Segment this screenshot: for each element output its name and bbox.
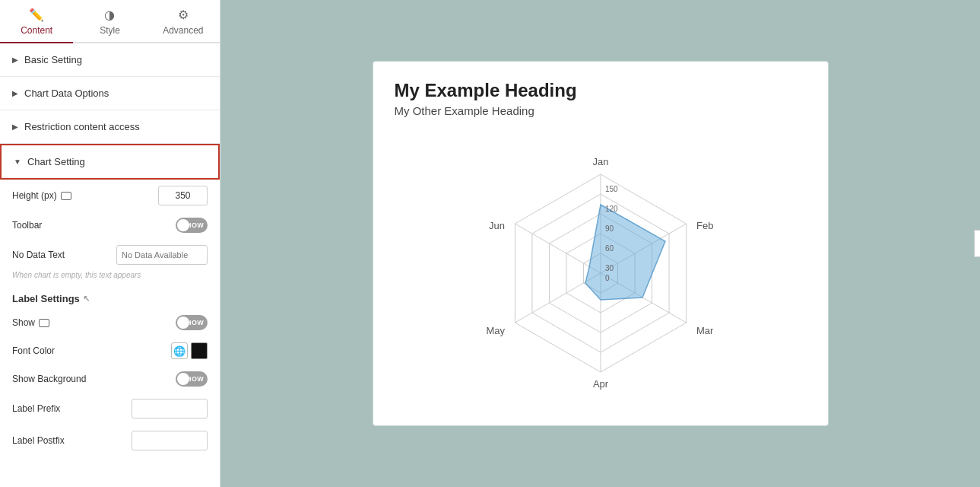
- label-postfix-label-text: Label Postfix: [12, 435, 65, 446]
- label-settings-text: Label Settings: [12, 293, 80, 304]
- tab-content-label: Content: [21, 25, 52, 36]
- label-postfix-field-row: Label Postfix: [0, 425, 220, 457]
- svg-text:May: May: [486, 325, 505, 336]
- label-settings-heading: Label Settings ↖: [0, 285, 220, 309]
- label-postfix-input-wrapper: [132, 431, 208, 450]
- no-data-label-text: No Data Text: [12, 250, 65, 260]
- label-prefix-input[interactable]: [132, 399, 208, 419]
- arrow-down-icon: ▼: [14, 158, 21, 166]
- font-color-label-text: Font Color: [12, 345, 55, 356]
- radar-chart-svg: Jan Feb Mar Apr May Jun 150 120 90 60: [418, 132, 783, 406]
- tab-style[interactable]: ◑ Style: [73, 0, 146, 43]
- toolbar-field-row: Toolbar SHOW: [0, 212, 220, 239]
- font-color-field-row: Font Color 🌐: [0, 336, 220, 365]
- monitor-icon: [61, 192, 71, 200]
- svg-text:150: 150: [605, 185, 618, 193]
- show-bg-toggle[interactable]: SHOW: [176, 371, 208, 387]
- svg-marker-12: [585, 205, 665, 300]
- section-restriction[interactable]: ▶ Restriction content access: [0, 110, 220, 144]
- tab-advanced[interactable]: ⚙ Advanced: [147, 0, 220, 43]
- label-prefix-label: Label Prefix: [12, 403, 132, 414]
- toolbar-label-text: Toolbar: [12, 220, 42, 231]
- section-chart-data-options[interactable]: ▶ Chart Data Options: [0, 77, 220, 110]
- height-value-wrapper: [158, 186, 208, 205]
- height-field-row: Height (px): [0, 180, 220, 212]
- cursor-icon: ↖: [83, 294, 90, 304]
- svg-text:Feb: Feb: [696, 220, 713, 231]
- svg-text:90: 90: [605, 224, 614, 233]
- toolbar-toggle[interactable]: SHOW: [176, 218, 208, 233]
- svg-text:120: 120: [605, 205, 618, 213]
- svg-text:Mar: Mar: [696, 325, 714, 336]
- tabs-bar: ✏️ Content ◑ Style ⚙ Advanced: [0, 0, 220, 43]
- chart-card: My Example Heading My Other Example Head…: [373, 61, 829, 426]
- show-toggle[interactable]: SHOW: [176, 315, 208, 330]
- no-data-hint: When chart is empty, this text appears: [0, 271, 220, 285]
- monitor-icon-2: [39, 319, 49, 327]
- no-data-input-wrapper: [116, 245, 208, 265]
- radar-chart-group: Jan Feb Mar Apr May Jun 150 120 90 60: [486, 156, 714, 390]
- font-color-globe-btn[interactable]: 🌐: [171, 342, 188, 359]
- label-prefix-input-wrapper: [132, 399, 208, 419]
- section-basic-setting[interactable]: ▶ Basic Setting: [0, 43, 220, 77]
- height-label: Height (px): [12, 190, 158, 201]
- advanced-icon: ⚙: [178, 8, 189, 22]
- font-color-preview[interactable]: [191, 342, 208, 359]
- section-chart-setting-label: Chart Setting: [27, 156, 85, 167]
- section-chart-setting[interactable]: ▼ Chart Setting: [0, 144, 220, 180]
- arrow-icon-3: ▶: [12, 123, 18, 131]
- label-postfix-label: Label Postfix: [12, 435, 132, 446]
- font-color-value-wrapper: 🌐: [171, 342, 208, 359]
- label-postfix-input[interactable]: [132, 431, 208, 450]
- height-input[interactable]: [158, 186, 208, 205]
- chart-setting-content: Height (px) Toolbar SHOW No Data Text: [0, 180, 220, 464]
- show-bg-toggle-label: SHOW: [182, 375, 204, 383]
- svg-line-11: [515, 224, 601, 273]
- content-icon: ✏️: [29, 8, 44, 22]
- label-prefix-label-text: Label Prefix: [12, 403, 60, 414]
- no-data-label: No Data Text: [12, 250, 116, 260]
- svg-text:30: 30: [605, 264, 614, 272]
- radar-chart-container: Jan Feb Mar Apr May Jun 150 120 90 60: [395, 132, 807, 406]
- height-label-text: Height (px): [12, 190, 57, 201]
- toolbar-toggle-wrapper: SHOW: [176, 218, 208, 233]
- left-panel: ✏️ Content ◑ Style ⚙ Advanced ▶ Basic Se…: [0, 0, 220, 487]
- show-label: Show: [12, 317, 176, 328]
- tab-style-label: Style: [100, 25, 120, 36]
- show-toggle-wrapper: SHOW: [176, 315, 208, 330]
- tab-advanced-label: Advanced: [163, 25, 203, 36]
- arrow-icon-2: ▶: [12, 89, 18, 97]
- toolbar-label: Toolbar: [12, 220, 176, 231]
- toolbar-toggle-label: SHOW: [182, 221, 204, 229]
- chart-sub-title: My Other Example Heading: [395, 104, 807, 117]
- show-bg-label: Show Background: [12, 374, 176, 384]
- no-data-input[interactable]: [116, 245, 208, 265]
- show-label-text: Show: [12, 317, 35, 328]
- svg-text:Jun: Jun: [489, 220, 505, 231]
- arrow-icon: ▶: [12, 56, 18, 64]
- label-prefix-field-row: Label Prefix: [0, 393, 220, 425]
- svg-text:Apr: Apr: [592, 378, 608, 390]
- show-bg-toggle-wrapper: SHOW: [176, 371, 208, 387]
- svg-text:0: 0: [605, 274, 610, 282]
- show-field-row: Show SHOW: [0, 309, 220, 336]
- section-chart-data-options-label: Chart Data Options: [24, 88, 109, 99]
- tab-content[interactable]: ✏️ Content: [0, 0, 73, 43]
- right-panel: Chart setting My Example Heading My Othe…: [220, 0, 980, 487]
- svg-text:Jan: Jan: [592, 156, 608, 167]
- chart-main-title: My Example Heading: [395, 80, 807, 101]
- no-data-field-row: No Data Text: [0, 239, 220, 271]
- section-basic-setting-label: Basic Setting: [24, 54, 82, 65]
- show-bg-label-text: Show Background: [12, 374, 86, 384]
- section-restriction-label: Restriction content access: [24, 121, 140, 132]
- show-bg-field-row: Show Background SHOW: [0, 365, 220, 393]
- show-toggle-label: SHOW: [182, 319, 204, 326]
- style-icon: ◑: [104, 8, 115, 22]
- svg-text:60: 60: [605, 244, 614, 253]
- font-color-label: Font Color: [12, 345, 171, 356]
